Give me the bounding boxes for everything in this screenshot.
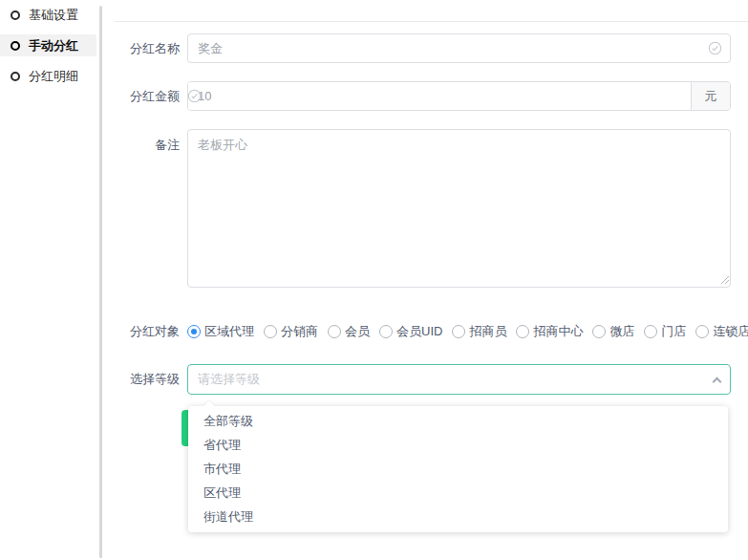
sidebar-item-分红明细[interactable]: 分红明细 — [0, 65, 96, 87]
radio-label: 招商中心 — [533, 323, 583, 340]
target-radio-group: 区域代理分销商会员会员UID招商员招商中心微店门店连锁店供应商 — [187, 324, 748, 338]
level-select-placeholder: 请选择等级 — [198, 371, 260, 388]
sidebar-item-手动分红[interactable]: 手动分红 — [0, 34, 96, 56]
amount-input[interactable] — [188, 82, 691, 110]
radio-会员UID[interactable]: 会员UID — [379, 323, 442, 340]
form-row-amount: 分红金额 元 — [124, 81, 731, 111]
dropdown-option-省代理[interactable]: 省代理 — [188, 433, 728, 457]
name-label: 分红名称 — [124, 33, 180, 63]
radio-招商中心[interactable]: 招商中心 — [516, 323, 583, 340]
sidebar-item-label: 分红明细 — [29, 68, 78, 85]
dropdown-option-全部等级[interactable]: 全部等级 — [188, 409, 728, 433]
radio-label: 门店 — [661, 323, 686, 340]
radio-icon — [187, 325, 201, 338]
remark-textarea[interactable]: 老板开心 — [187, 129, 731, 288]
radio-icon — [264, 325, 277, 338]
sidebar-item-label: 手动分红 — [29, 37, 78, 54]
sidebar-item-label: 基础设置 — [29, 7, 78, 24]
radio-icon — [644, 325, 657, 338]
sidebar: 基础设置手动分红分红明细 — [0, 4, 96, 96]
radio-招商员[interactable]: 招商员 — [452, 323, 506, 340]
radio-区域代理[interactable]: 区域代理 — [187, 323, 254, 340]
amount-unit-addon: 元 — [691, 82, 730, 110]
form-row-name: 分红名称 — [124, 33, 731, 63]
form-row-remark: 备注 老板开心 — [124, 129, 731, 288]
radio-微店[interactable]: 微店 — [592, 323, 634, 340]
circle-icon — [11, 11, 20, 20]
dropdown-option-区代理[interactable]: 区代理 — [188, 481, 728, 505]
amount-label: 分红金额 — [124, 81, 180, 111]
circle-icon — [11, 41, 20, 51]
form-row-target: 分红对象 区域代理分销商会员会员UID招商员招商中心微店门店连锁店供应商 — [124, 324, 731, 338]
radio-label: 微店 — [609, 323, 634, 340]
content-top-divider — [115, 21, 748, 22]
radio-icon — [452, 325, 465, 338]
radio-label: 会员UID — [396, 323, 442, 340]
radio-label: 区域代理 — [204, 323, 254, 340]
remark-label: 备注 — [124, 129, 180, 288]
page: 基础设置手动分红分红明细 分红名称 分红金额 元 备注 — [0, 0, 748, 560]
circle-icon — [11, 72, 20, 81]
radio-icon — [379, 325, 393, 338]
dropdown-option-市代理[interactable]: 市代理 — [188, 457, 728, 481]
radio-label: 分销商 — [281, 323, 318, 340]
radio-连锁店[interactable]: 连锁店 — [695, 323, 748, 340]
sidebar-scrollbar[interactable] — [99, 6, 102, 558]
radio-label: 会员 — [345, 323, 370, 340]
sidebar-item-基础设置[interactable]: 基础设置 — [0, 4, 96, 26]
level-dropdown: 全部等级省代理市代理区代理街道代理 — [188, 406, 728, 532]
amount-input-group: 元 — [187, 81, 731, 111]
radio-icon — [328, 325, 341, 338]
radio-会员[interactable]: 会员 — [328, 323, 370, 340]
target-label: 分红对象 — [124, 324, 180, 338]
radio-分销商[interactable]: 分销商 — [264, 323, 318, 340]
dropdown-option-街道代理[interactable]: 街道代理 — [188, 505, 728, 528]
radio-门店[interactable]: 门店 — [644, 323, 686, 340]
level-select[interactable]: 请选择等级 — [187, 364, 731, 395]
radio-label: 连锁店 — [713, 323, 748, 340]
radio-icon — [592, 325, 606, 338]
level-label: 选择等级 — [124, 364, 180, 395]
radio-icon — [516, 325, 529, 338]
chevron-up-icon — [713, 377, 722, 387]
form-row-level: 选择等级 请选择等级 — [124, 364, 731, 395]
radio-icon — [695, 325, 709, 338]
radio-label: 招商员 — [469, 323, 506, 340]
name-input[interactable] — [187, 33, 731, 63]
